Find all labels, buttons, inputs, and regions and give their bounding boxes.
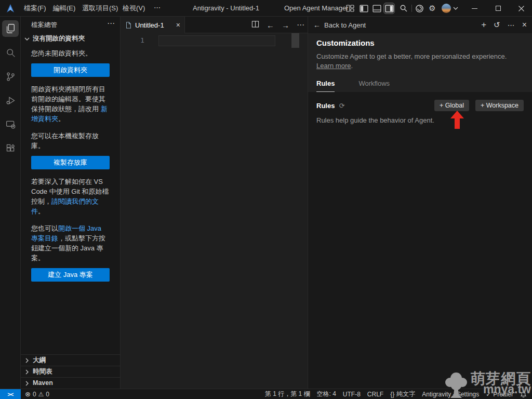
maven-section-header[interactable]: Maven	[21, 377, 120, 389]
activity-explorer-button[interactable]	[0, 17, 21, 41]
menu-file[interactable]: 檔案(F)	[20, 0, 50, 17]
indentation-setting[interactable]: 空格: 4	[317, 390, 336, 398]
open-note-period: 。	[58, 115, 65, 123]
chevron-down-icon	[23, 35, 31, 43]
no-folder-section-label: 沒有開啟的資料夾	[33, 34, 85, 43]
panel-close-icon[interactable]: ×	[522, 20, 527, 30]
open-folder-button[interactable]: 開啟資料夾	[31, 63, 110, 77]
tab-untitled-1[interactable]: Untitled-1 ×	[121, 17, 185, 33]
sidebar-more-actions-button[interactable]: ⋯	[107, 19, 115, 28]
toggle-left-panel-icon[interactable]	[359, 4, 368, 13]
open-agent-manager-button[interactable]: Open Agent Manager	[284, 0, 349, 17]
java-project-note: 您也可以開啟一個 Java 專案目錄，或點擊下方按鈕建立一個新的 Java 專案…	[31, 223, 109, 263]
sidebar-body: 您尚未開啟資料夾。 開啟資料夾 開啟資料夾將關閉所有目前開啟的編輯器。要使其保持…	[21, 45, 120, 282]
activity-extensions-button[interactable]	[0, 136, 21, 160]
maven-section-label: Maven	[33, 378, 53, 389]
cursor-position[interactable]: 第 1 行，第 1 欄	[265, 390, 310, 398]
search-icon	[2, 44, 19, 61]
activity-run-debug-button[interactable]	[0, 88, 21, 112]
language-mode[interactable]: {} 純文字	[390, 390, 415, 398]
problems-indicator[interactable]: ⊗ 0 ⚠ 0	[25, 390, 49, 398]
new-item-plus-icon[interactable]: +	[481, 20, 486, 30]
activity-remote-explorer-button[interactable]	[0, 112, 21, 136]
current-line-highlight	[158, 35, 275, 46]
rules-section-header: Rules ⟳ + Global + Workspace	[308, 100, 532, 111]
menu-more-button[interactable]: ⋯	[150, 0, 165, 17]
navigate-back-icon[interactable]: ←	[267, 21, 274, 30]
java-note-text: 您也可以	[31, 224, 58, 232]
editor-actions: ← → ⋯	[251, 17, 304, 33]
antigravity-settings[interactable]: Antigravity - Settings	[422, 391, 479, 398]
braces-icon: {}	[390, 391, 394, 398]
toggle-bottom-panel-icon[interactable]	[372, 4, 381, 13]
menu-selection[interactable]: 選取項目(S)	[78, 0, 122, 17]
add-global-rule-button[interactable]: + Global	[434, 100, 469, 111]
user-avatar[interactable]	[442, 4, 451, 13]
timeline-section-header[interactable]: 時間表	[21, 366, 120, 377]
eol-setting[interactable]: CRLF	[367, 391, 383, 398]
refresh-rules-icon[interactable]: ⟳	[339, 102, 344, 110]
tab-rules[interactable]: Rules	[316, 79, 335, 92]
split-editor-icon[interactable]	[251, 20, 259, 30]
editor-scrollbar-thumb[interactable]	[291, 33, 299, 48]
editor-content[interactable]: 1	[121, 33, 308, 389]
outline-section-label: 大綱	[33, 355, 46, 366]
file-icon	[125, 21, 132, 29]
explorer-files-icon	[2, 20, 19, 37]
extensions-icon	[2, 140, 19, 156]
rules-buttons: + Global + Workspace	[434, 100, 524, 111]
tab-workflows[interactable]: Workflows	[358, 79, 390, 92]
navigate-forward-icon[interactable]: →	[282, 21, 289, 30]
timeline-section-label: 時間表	[33, 366, 52, 377]
rules-description: Rules help guide the behavior of Agent.	[308, 116, 532, 124]
no-folder-text: 您尚未開啟資料夾。	[31, 48, 109, 58]
search-icon[interactable]	[399, 4, 408, 13]
editor-more-actions-icon[interactable]: ⋯	[297, 20, 304, 30]
activity-search-button[interactable]	[0, 41, 21, 64]
sidebar-header: 檔案總管 ⋯	[21, 17, 120, 32]
window-maximize-button[interactable]	[486, 0, 510, 17]
window-minimize-button[interactable]	[462, 0, 486, 17]
language-label: 純文字	[396, 390, 415, 398]
encoding-setting[interactable]: UTF-8	[343, 391, 361, 398]
back-to-agent-button[interactable]: Back to Agent	[324, 21, 366, 29]
customize-layout-icon[interactable]	[345, 4, 355, 13]
error-icon: ⊗	[25, 390, 31, 398]
back-arrow-icon[interactable]: ←	[313, 21, 321, 29]
browser-icon[interactable]	[415, 4, 424, 13]
description-text: Customize Agent to get a better, more pe…	[316, 52, 507, 60]
clone-repo-button[interactable]: 複製存放庫	[31, 156, 110, 169]
menu-edit[interactable]: 編輯(E)	[49, 0, 79, 17]
error-count: 0	[33, 391, 36, 398]
activity-source-control-button[interactable]	[0, 64, 21, 88]
history-icon[interactable]: ↺	[494, 20, 500, 30]
window-title: Antigravity - Untitled-1	[193, 0, 259, 17]
remote-indicator[interactable]: ><	[0, 389, 21, 399]
no-folder-section-header[interactable]: 沒有開啟的資料夾	[21, 32, 120, 45]
account-chevron-down-icon[interactable]	[451, 4, 460, 13]
panel-more-actions-icon[interactable]: ⋯	[508, 21, 515, 29]
annotation-arrow-up	[450, 111, 464, 130]
add-workspace-rule-button[interactable]: + Workspace	[475, 100, 524, 111]
activity-bar	[0, 17, 21, 389]
tab-close-icon[interactable]: ×	[176, 21, 180, 29]
settings-gear-icon[interactable]: ⚙	[428, 4, 437, 13]
remote-explorer-icon	[2, 116, 19, 132]
run-debug-icon	[2, 92, 19, 109]
learn-more-link[interactable]: Learn more	[316, 62, 351, 70]
menu-view[interactable]: 檢視(V)	[118, 0, 149, 17]
editor-group: Untitled-1 × ← → ⋯ 1	[121, 17, 308, 389]
toggle-right-panel-icon[interactable]	[383, 3, 395, 14]
outline-section-header[interactable]: 大綱	[21, 354, 120, 366]
formatter-status[interactable]: ✓ Prettier	[486, 391, 513, 398]
notifications-bell-icon[interactable]	[520, 391, 527, 397]
chevron-right-icon	[23, 356, 31, 365]
open-folder-note: 開啟資料夾將關閉所有目前開啟的編輯器。要使其保持開啟狀態，請改用 新增資料夾。	[31, 84, 109, 124]
window-close-button[interactable]	[510, 0, 532, 17]
create-java-project-button[interactable]: 建立 Java 專案	[31, 268, 110, 282]
description-period: .	[351, 62, 353, 70]
customizations-tabs: Rules Workflows	[316, 79, 390, 92]
rules-section-title: Rules	[316, 102, 335, 110]
check-icon: ✓	[486, 391, 491, 398]
line-number: 1	[140, 36, 144, 44]
